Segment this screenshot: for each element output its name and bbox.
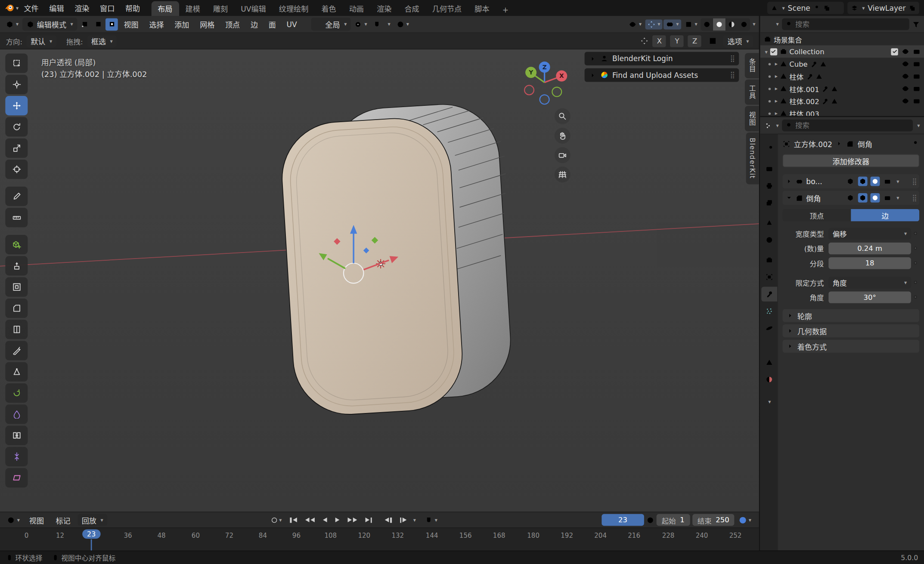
angle-field[interactable]: 30° — [828, 291, 911, 303]
amount-field[interactable]: 0.24 m — [828, 242, 911, 254]
tool-smooth[interactable] — [5, 404, 28, 424]
frame-step-forward-button[interactable] — [397, 515, 409, 525]
eye-icon[interactable] — [902, 85, 909, 92]
current-frame-field[interactable]: 23 — [602, 514, 644, 526]
collection-checkbox[interactable] — [770, 48, 777, 55]
direction-dropdown[interactable]: 默认 ▾ — [27, 35, 56, 46]
shading-rendered-button[interactable] — [738, 18, 750, 31]
sidebar-tab-item[interactable]: 条目 — [745, 53, 759, 78]
tab-shading[interactable]: 着色 — [315, 1, 342, 16]
timeline-editor-type-button[interactable]: ▾ — [5, 515, 22, 525]
camera-icon[interactable] — [913, 97, 921, 105]
tool-bevel[interactable] — [5, 299, 28, 318]
tab-texture-paint[interactable]: 纹理绘制 — [273, 1, 315, 16]
tl-menu-marker[interactable]: 标记 — [51, 512, 75, 527]
snap-settings-button[interactable]: ▾ — [384, 20, 393, 28]
frame-start-field[interactable]: 起始 1 — [656, 514, 690, 526]
xray-toggle[interactable]: ▾ — [682, 19, 700, 29]
camera-icon[interactable] — [913, 60, 921, 68]
width-type-dropdown[interactable]: 偏移 ▾ — [828, 228, 911, 239]
tab-world[interactable] — [761, 233, 777, 247]
modifier-name[interactable]: bo... — [806, 177, 822, 186]
close-icon[interactable] — [902, 194, 909, 201]
timeline-snap-button[interactable]: ▾ — [422, 514, 440, 526]
sidebar-tab-tool[interactable]: 工具 — [745, 80, 759, 105]
add-workspace-button[interactable]: + — [496, 3, 515, 16]
options-chevron-icon[interactable]: ▾ — [917, 123, 920, 129]
tab-render[interactable] — [761, 161, 777, 176]
grip-icon[interactable]: ⣿ — [912, 178, 917, 185]
outliner-row-collection[interactable]: ▾ Collection — [760, 45, 924, 58]
pin-icon[interactable] — [813, 4, 820, 11]
snap-toggle[interactable] — [371, 19, 383, 29]
pin-icon[interactable] — [912, 140, 919, 148]
tool-loop-cut[interactable] — [5, 320, 28, 339]
tool-scale[interactable] — [5, 139, 28, 158]
outliner-row-cube[interactable]: ▾ Cube — [760, 58, 924, 70]
axis-neg-z-ball[interactable] — [540, 95, 549, 104]
vp-menu-uv[interactable]: UV — [282, 18, 301, 31]
face-select-toggle[interactable] — [105, 18, 118, 31]
proportional-edit-toggle[interactable]: ▾ — [394, 19, 411, 29]
blenderkit-login-panel[interactable]: BlenderKit Login ⣿ — [585, 52, 739, 65]
scene-selector[interactable]: ▾ Scene — [767, 2, 843, 14]
properties-search[interactable] — [782, 120, 913, 131]
section-shading[interactable]: 着色方式 — [783, 340, 920, 353]
grip-icon[interactable]: ⣿ — [730, 55, 735, 62]
tool-rotate[interactable] — [5, 117, 28, 136]
animate-dot[interactable] — [911, 247, 919, 250]
add-modifier-button[interactable]: 添加修改器 — [783, 154, 920, 167]
tab-object-data[interactable] — [761, 355, 777, 370]
outliner-row-cylinder-003[interactable]: ▾ 柱体.003 — [760, 107, 924, 116]
eye-icon[interactable] — [902, 60, 909, 68]
axis-z-button[interactable]: Z — [688, 35, 701, 46]
outliner-search-input[interactable] — [795, 20, 905, 28]
perspective-toggle-button[interactable] — [555, 166, 571, 182]
modifier-name[interactable]: 倒角 — [806, 192, 821, 203]
vp-menu-vertex[interactable]: 顶点 — [220, 17, 245, 31]
tool-edge-slide[interactable] — [5, 426, 28, 445]
tab-sculpting[interactable]: 雕刻 — [207, 1, 234, 16]
close-icon[interactable] — [902, 178, 909, 185]
editor-type-button[interactable]: ▾ — [3, 19, 21, 29]
toggle-edit-mode[interactable] — [846, 193, 856, 203]
tool-transform[interactable] — [5, 160, 28, 179]
blender-logo-icon[interactable] — [5, 3, 15, 13]
tool-knife[interactable] — [5, 341, 28, 360]
collection-exclude-checkbox[interactable] — [891, 48, 898, 55]
tab-modeling[interactable]: 建模 — [179, 1, 207, 16]
tool-add-cube[interactable] — [5, 235, 28, 254]
tab-geometry-nodes[interactable]: 几何节点 — [426, 1, 468, 16]
camera-icon[interactable] — [913, 48, 921, 55]
tab-animation[interactable]: 动画 — [343, 1, 370, 16]
animate-dot[interactable] — [911, 296, 919, 299]
tab-particles[interactable] — [761, 304, 777, 318]
eye-icon[interactable] — [902, 72, 909, 80]
vp-menu-select[interactable]: 选择 — [144, 17, 168, 31]
tab-modifiers[interactable] — [761, 287, 777, 302]
tool-inset-faces[interactable] — [5, 277, 28, 297]
affect-edges-button[interactable]: 边 — [851, 209, 919, 222]
vp-menu-edge[interactable]: 边 — [246, 17, 263, 31]
timeline-ruler[interactable]: 0 12 24 36 48 60 72 84 96 108 120 132 14… — [0, 527, 759, 550]
animate-dot[interactable] — [911, 281, 919, 284]
pan-button[interactable] — [555, 128, 571, 144]
frame-step-back-button[interactable] — [382, 515, 394, 525]
outliner-search[interactable] — [782, 18, 909, 30]
animate-dot[interactable] — [911, 232, 919, 235]
sidebar-tab-view[interactable]: 视图 — [745, 106, 759, 131]
modifier-row-bevel[interactable]: 倒角 ▾ ⣿ — [783, 191, 920, 205]
properties-search-input[interactable] — [795, 121, 909, 129]
menu-file[interactable]: 文件 — [19, 0, 44, 15]
outliner-editor-icon[interactable] — [764, 20, 772, 28]
chevron-right-icon[interactable] — [785, 178, 792, 185]
toggle-viewport[interactable] — [871, 177, 880, 186]
tool-shear[interactable] — [5, 468, 28, 487]
shading-material-button[interactable] — [726, 18, 738, 31]
tab-object[interactable] — [761, 270, 777, 284]
toggle-render[interactable] — [883, 177, 893, 186]
view-layer-selector[interactable]: ▾ ViewLayer — [847, 2, 919, 14]
toggle-realtime[interactable] — [858, 177, 868, 186]
filter-funnel-icon[interactable] — [912, 20, 920, 28]
tool-move[interactable] — [5, 96, 28, 115]
